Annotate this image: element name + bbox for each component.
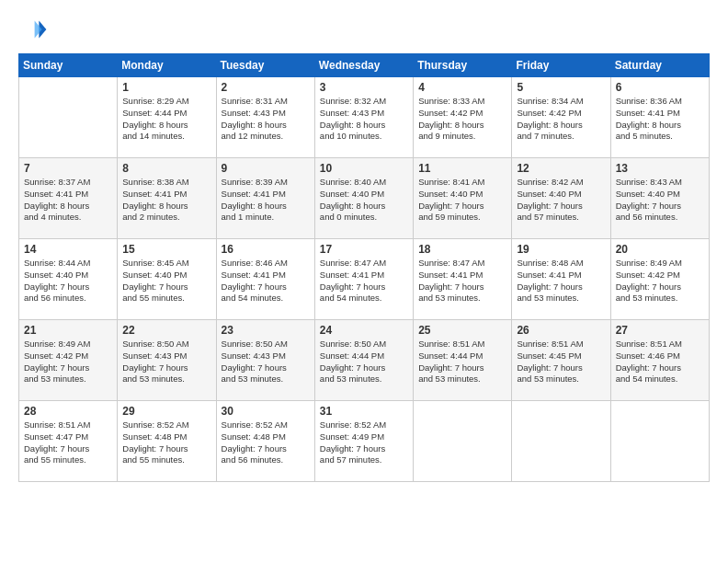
calendar-cell <box>512 401 610 482</box>
cell-content: Sunrise: 8:50 AMSunset: 4:44 PMDaylight:… <box>320 339 408 385</box>
cell-content: Sunrise: 8:32 AMSunset: 4:43 PMDaylight:… <box>320 96 408 143</box>
calendar-cell: 30Sunrise: 8:52 AMSunset: 4:48 PMDayligh… <box>216 401 314 482</box>
calendar-cell: 20Sunrise: 8:49 AMSunset: 4:42 PMDayligh… <box>610 239 709 320</box>
calendar-cell: 13Sunrise: 8:43 AMSunset: 4:40 PMDayligh… <box>610 158 709 239</box>
calendar-cell: 6Sunrise: 8:36 AMSunset: 4:41 PMDaylight… <box>610 77 709 158</box>
cell-content: Sunrise: 8:52 AMSunset: 4:49 PMDaylight:… <box>320 419 408 466</box>
calendar-week-4: 21Sunrise: 8:49 AMSunset: 4:42 PMDayligh… <box>19 320 710 401</box>
calendar-cell: 12Sunrise: 8:42 AMSunset: 4:40 PMDayligh… <box>512 158 610 239</box>
cell-content: Sunrise: 8:52 AMSunset: 4:48 PMDaylight:… <box>122 419 210 466</box>
day-number: 5 <box>517 81 605 94</box>
calendar-header-sunday: Sunday <box>19 54 118 77</box>
cell-content: Sunrise: 8:36 AMSunset: 4:41 PMDaylight:… <box>616 96 704 143</box>
cell-content: Sunrise: 8:43 AMSunset: 4:40 PMDaylight:… <box>616 177 704 224</box>
calendar-header-tuesday: Tuesday <box>216 54 314 77</box>
cell-content: Sunrise: 8:29 AMSunset: 4:44 PMDaylight:… <box>122 96 210 143</box>
cell-content: Sunrise: 8:42 AMSunset: 4:40 PMDaylight:… <box>517 177 605 224</box>
calendar-cell: 25Sunrise: 8:51 AMSunset: 4:44 PMDayligh… <box>414 320 512 401</box>
calendar-cell: 17Sunrise: 8:47 AMSunset: 4:41 PMDayligh… <box>314 239 413 320</box>
day-number: 13 <box>616 162 704 175</box>
cell-content: Sunrise: 8:38 AMSunset: 4:41 PMDaylight:… <box>122 177 210 224</box>
calendar-cell: 11Sunrise: 8:41 AMSunset: 4:40 PMDayligh… <box>414 158 512 239</box>
calendar-week-2: 7Sunrise: 8:37 AMSunset: 4:41 PMDaylight… <box>19 158 710 239</box>
calendar-cell: 29Sunrise: 8:52 AMSunset: 4:48 PMDayligh… <box>118 401 216 482</box>
cell-content: Sunrise: 8:46 AMSunset: 4:41 PMDaylight:… <box>222 258 310 304</box>
cell-content: Sunrise: 8:34 AMSunset: 4:42 PMDaylight:… <box>517 96 605 143</box>
logo-icon <box>18 15 48 44</box>
cell-content: Sunrise: 8:50 AMSunset: 4:43 PMDaylight:… <box>122 339 210 385</box>
day-number: 24 <box>320 324 408 337</box>
calendar-cell: 27Sunrise: 8:51 AMSunset: 4:46 PMDayligh… <box>610 320 709 401</box>
day-number: 15 <box>122 243 210 256</box>
calendar-cell: 8Sunrise: 8:38 AMSunset: 4:41 PMDaylight… <box>118 158 216 239</box>
cell-content: Sunrise: 8:40 AMSunset: 4:40 PMDaylight:… <box>320 177 408 224</box>
day-number: 19 <box>517 243 605 256</box>
day-number: 27 <box>616 324 704 337</box>
calendar-header-saturday: Saturday <box>610 54 709 77</box>
calendar-cell: 7Sunrise: 8:37 AMSunset: 4:41 PMDaylight… <box>19 158 118 239</box>
day-number: 22 <box>122 324 210 337</box>
calendar-cell: 15Sunrise: 8:45 AMSunset: 4:40 PMDayligh… <box>118 239 216 320</box>
day-number: 8 <box>122 162 210 175</box>
calendar-cell: 4Sunrise: 8:33 AMSunset: 4:42 PMDaylight… <box>414 77 512 158</box>
day-number: 9 <box>222 162 310 175</box>
day-number: 3 <box>320 81 408 94</box>
day-number: 2 <box>222 81 310 94</box>
calendar-cell: 16Sunrise: 8:46 AMSunset: 4:41 PMDayligh… <box>216 239 314 320</box>
day-number: 30 <box>222 405 310 418</box>
calendar-week-3: 14Sunrise: 8:44 AMSunset: 4:40 PMDayligh… <box>19 239 710 320</box>
cell-content: Sunrise: 8:45 AMSunset: 4:40 PMDaylight:… <box>122 258 210 304</box>
calendar-cell: 1Sunrise: 8:29 AMSunset: 4:44 PMDaylight… <box>118 77 216 158</box>
day-number: 23 <box>222 324 310 337</box>
calendar-cell: 14Sunrise: 8:44 AMSunset: 4:40 PMDayligh… <box>19 239 118 320</box>
calendar: SundayMondayTuesdayWednesdayThursdayFrid… <box>18 53 710 482</box>
cell-content: Sunrise: 8:33 AMSunset: 4:42 PMDaylight:… <box>418 96 506 143</box>
day-number: 11 <box>418 162 506 175</box>
calendar-header-monday: Monday <box>118 54 216 77</box>
cell-content: Sunrise: 8:50 AMSunset: 4:43 PMDaylight:… <box>222 339 310 385</box>
cell-content: Sunrise: 8:44 AMSunset: 4:40 PMDaylight:… <box>24 258 112 304</box>
calendar-cell: 18Sunrise: 8:47 AMSunset: 4:41 PMDayligh… <box>414 239 512 320</box>
cell-content: Sunrise: 8:52 AMSunset: 4:48 PMDaylight:… <box>222 419 310 466</box>
calendar-header-friday: Friday <box>512 54 610 77</box>
calendar-cell: 5Sunrise: 8:34 AMSunset: 4:42 PMDaylight… <box>512 77 610 158</box>
calendar-cell: 23Sunrise: 8:50 AMSunset: 4:43 PMDayligh… <box>216 320 314 401</box>
cell-content: Sunrise: 8:47 AMSunset: 4:41 PMDaylight:… <box>418 258 506 304</box>
calendar-week-1: 1Sunrise: 8:29 AMSunset: 4:44 PMDaylight… <box>19 77 710 158</box>
calendar-cell: 9Sunrise: 8:39 AMSunset: 4:41 PMDaylight… <box>216 158 314 239</box>
header <box>18 15 710 44</box>
cell-content: Sunrise: 8:48 AMSunset: 4:41 PMDaylight:… <box>517 258 605 304</box>
calendar-header-thursday: Thursday <box>414 54 512 77</box>
day-number: 18 <box>418 243 506 256</box>
logo <box>18 15 51 44</box>
calendar-cell: 26Sunrise: 8:51 AMSunset: 4:45 PMDayligh… <box>512 320 610 401</box>
calendar-cell: 2Sunrise: 8:31 AMSunset: 4:43 PMDaylight… <box>216 77 314 158</box>
cell-content: Sunrise: 8:49 AMSunset: 4:42 PMDaylight:… <box>616 258 704 304</box>
day-number: 25 <box>418 324 506 337</box>
calendar-cell <box>19 77 118 158</box>
page: SundayMondayTuesdayWednesdayThursdayFrid… <box>0 0 728 563</box>
calendar-cell: 19Sunrise: 8:48 AMSunset: 4:41 PMDayligh… <box>512 239 610 320</box>
cell-content: Sunrise: 8:51 AMSunset: 4:45 PMDaylight:… <box>517 339 605 385</box>
calendar-cell: 21Sunrise: 8:49 AMSunset: 4:42 PMDayligh… <box>19 320 118 401</box>
day-number: 10 <box>320 162 408 175</box>
cell-content: Sunrise: 8:39 AMSunset: 4:41 PMDaylight:… <box>222 177 310 224</box>
calendar-header-row: SundayMondayTuesdayWednesdayThursdayFrid… <box>19 54 710 77</box>
day-number: 12 <box>517 162 605 175</box>
calendar-cell: 31Sunrise: 8:52 AMSunset: 4:49 PMDayligh… <box>314 401 413 482</box>
day-number: 21 <box>24 324 112 337</box>
calendar-cell: 24Sunrise: 8:50 AMSunset: 4:44 PMDayligh… <box>314 320 413 401</box>
day-number: 28 <box>24 405 112 418</box>
day-number: 7 <box>24 162 112 175</box>
cell-content: Sunrise: 8:41 AMSunset: 4:40 PMDaylight:… <box>418 177 506 224</box>
day-number: 14 <box>24 243 112 256</box>
calendar-cell: 10Sunrise: 8:40 AMSunset: 4:40 PMDayligh… <box>314 158 413 239</box>
day-number: 6 <box>616 81 704 94</box>
cell-content: Sunrise: 8:31 AMSunset: 4:43 PMDaylight:… <box>222 96 310 143</box>
cell-content: Sunrise: 8:51 AMSunset: 4:47 PMDaylight:… <box>24 419 112 466</box>
cell-content: Sunrise: 8:37 AMSunset: 4:41 PMDaylight:… <box>24 177 112 224</box>
day-number: 16 <box>222 243 310 256</box>
calendar-header-wednesday: Wednesday <box>314 54 413 77</box>
cell-content: Sunrise: 8:47 AMSunset: 4:41 PMDaylight:… <box>320 258 408 304</box>
day-number: 4 <box>418 81 506 94</box>
